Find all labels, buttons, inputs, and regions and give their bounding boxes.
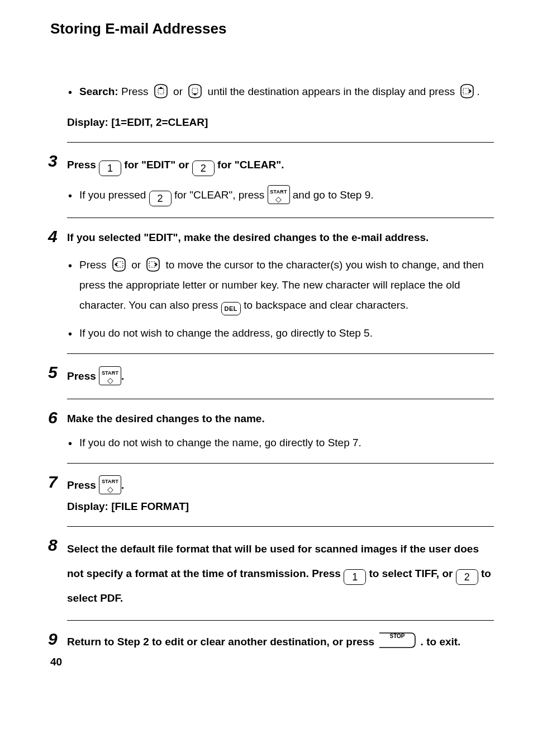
step7-t1: Press (67, 479, 99, 491)
svg-rect-1 (192, 88, 198, 94)
step6-headline: Make the desired changes to the name. (67, 409, 494, 428)
key-1-button: 1 (344, 569, 366, 585)
svg-rect-3 (117, 262, 123, 267)
search-text-1: Press (118, 86, 151, 97)
arrow-down-icon (185, 82, 204, 101)
step-number-4: 4 (48, 228, 67, 245)
svg-rect-0 (158, 88, 164, 94)
step4-b1-t3: to backspace and clear characters. (241, 299, 408, 311)
search-block: Search: Press or until the destination a… (67, 77, 494, 132)
key-2-button: 2 (456, 569, 478, 585)
step3-t3: for "CLEAR". (215, 159, 284, 171)
step6-b1: If you do not wish to change the name, g… (79, 437, 361, 448)
step-8: 8 Select the default file format that wi… (67, 537, 494, 610)
svg-text:STOP: STOP (390, 633, 405, 639)
divider (67, 399, 494, 399)
key-1-button: 1 (99, 160, 121, 176)
step3-sub-t2: for "CLEAR", press (172, 189, 268, 201)
step4-headline: If you selected "EDIT", make the desired… (67, 228, 494, 247)
divider (67, 463, 494, 464)
step3-t2: for "EDIT" or (121, 159, 192, 171)
step-9: 9 Return to Step 2 to edit or clear anot… (67, 631, 494, 653)
key-2-button: 2 (192, 160, 215, 176)
start-button-icon (268, 185, 290, 204)
search-or: or (173, 86, 185, 97)
step7-t2: . (121, 479, 124, 491)
step-number-6: 6 (48, 409, 67, 426)
step4-b1-or: or (129, 259, 144, 271)
step5-t1: Press (67, 370, 99, 382)
divider (67, 142, 494, 143)
step8-t2: to select TIFF, or (366, 568, 455, 579)
step3-t1: Press (67, 159, 99, 171)
step3-sub-t1: If you pressed (79, 189, 149, 201)
step-7: 7 Press . Display: [FILE FORMAT] (67, 474, 494, 516)
divider (67, 218, 494, 218)
step5-t2: . (121, 370, 124, 382)
step-5: 5 Press . (67, 364, 494, 389)
step3-sub-t3: and go to Step 9. (290, 189, 374, 201)
stop-button-icon: STOP (377, 631, 417, 650)
step-number-3: 3 (48, 153, 67, 169)
page-number: 40 (50, 656, 494, 668)
arrow-right-icon (458, 82, 477, 101)
key-2-button: 2 (149, 191, 172, 206)
step4-b2: If you do not wish to change the address… (79, 327, 373, 339)
step-4: 4 If you selected "EDIT", make the desir… (67, 228, 494, 344)
start-button-icon (99, 475, 121, 494)
arrow-left-icon (110, 255, 129, 274)
step-6: 6 Make the desired changes to the name. … (67, 409, 494, 453)
step-3: 3 Press 1 for "EDIT" or 2 for "CLEAR". I… (67, 153, 494, 207)
svg-rect-4 (149, 262, 155, 267)
step7-display: Display: [FILE FORMAT] (67, 497, 494, 516)
step4-b1-t1: Press (79, 259, 110, 271)
arrow-right-icon (144, 255, 163, 274)
arrow-up-icon (151, 82, 170, 101)
page-title: Storing E-mail Addresses (50, 20, 494, 37)
search-label: Search: (79, 86, 118, 97)
search-text-2: until the destination appears in the dis… (208, 86, 458, 97)
divider (67, 353, 494, 354)
start-button-icon (99, 366, 121, 385)
del-button: DEL (221, 302, 241, 315)
step-number-8: 8 (48, 537, 67, 554)
divider (67, 526, 494, 527)
step-number-7: 7 (48, 474, 67, 490)
step9-t2: . to exit. (417, 636, 460, 648)
divider (67, 620, 494, 621)
step9-t1: Return to Step 2 to edit or clear anothe… (67, 636, 377, 648)
step-number-5: 5 (48, 364, 67, 381)
step-number-9: 9 (48, 631, 67, 648)
svg-rect-2 (463, 88, 469, 94)
search-display: Display: [1=EDIT, 2=CLEAR] (67, 113, 494, 132)
